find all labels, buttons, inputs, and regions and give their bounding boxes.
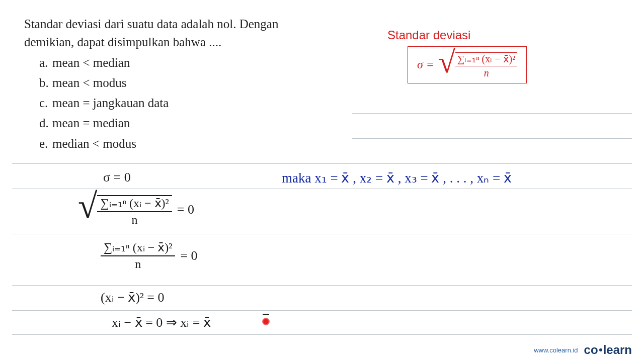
footer-brand: colearn [584,343,632,357]
xbar-overline [263,314,269,315]
laser-pointer-icon [262,318,270,325]
question-line2: demikian, dapat disimpulkan bahwa .... [24,33,356,51]
formula-title: Standar deviasi [387,28,470,42]
ruled-line [12,234,632,234]
question-line1: Standar deviasi dari suatu data adalah n… [24,15,356,33]
formula-numerator: ∑ᵢ₌₁ⁿ (xᵢ − x̄)² [455,53,517,66]
options-list: a.mean < median b.mean < modus c.mean = … [24,54,356,153]
work-l2-den: n [132,212,138,227]
ruled-line [12,310,632,311]
option-a: a.mean < median [39,54,356,72]
formula-box: σ = √ ∑ᵢ₌₁ⁿ (xᵢ − x̄)² n [408,46,527,83]
sqrt-icon: √ [438,50,455,74]
ruled-line [352,113,632,114]
dot-icon [599,348,602,351]
formula-denominator: n [484,66,489,79]
option-e: e.median < modus [39,135,356,153]
work-l3-den: n [135,256,141,271]
ruled-line [12,285,632,286]
sigma-label: σ = [417,58,434,71]
ruled-line [12,334,632,335]
work-l3-num: ∑ᵢ₌₁ⁿ (xᵢ − x̄)² [101,240,175,256]
sqrt-icon: √ [78,192,97,220]
question-block: Standar deviasi dari suatu data adalah n… [24,15,356,153]
work-line-3: ∑ᵢ₌₁ⁿ (xᵢ − x̄)² n = 0 [101,240,198,271]
work-l2-num: ∑ᵢ₌₁ⁿ (xᵢ − x̄)² [97,196,172,212]
option-b: b.mean < modus [39,74,356,92]
ruled-line [352,138,632,139]
ruled-line [12,163,632,164]
ruled-line [12,189,632,189]
footer-site: www.colearn.id [534,346,578,354]
work-line-4: (xᵢ − x̄)² = 0 [101,290,164,305]
option-c: c.mean = jangkauan data [39,94,356,112]
work-l3-eq: = 0 [180,248,197,263]
option-d: d.mean = median [39,114,356,132]
work-line-5: xᵢ − x̄ = 0 ⇒ xᵢ = x̄ [112,315,211,330]
work-l2-eq: = 0 [177,202,194,217]
work-line-2: √ ∑ᵢ₌₁ⁿ (xᵢ − x̄)² n = 0 [78,192,194,227]
footer: www.colearn.id colearn [534,343,632,357]
work-conclusion: maka x₁ = x̄ , x₂ = x̄ , x₃ = x̄ , . . .… [282,170,512,186]
work-line-1: σ = 0 [103,170,131,185]
